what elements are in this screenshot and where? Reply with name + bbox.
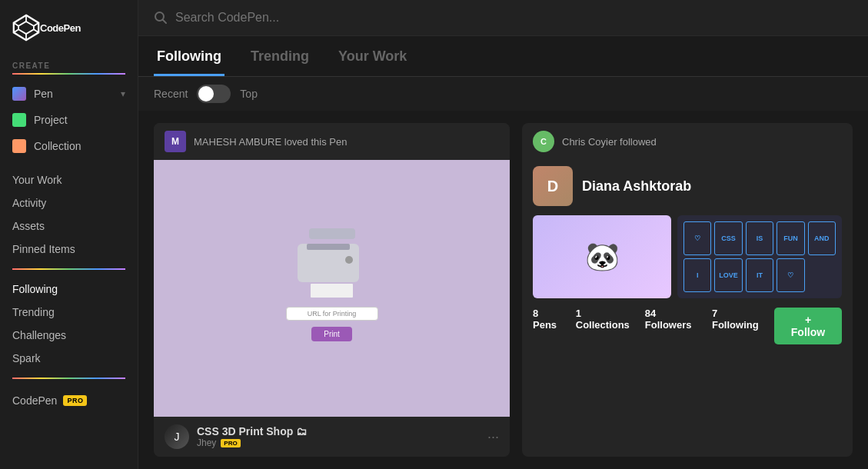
- create-gradient-bar: [12, 73, 125, 75]
- pinned-items-label: Pinned Items: [12, 243, 75, 255]
- followed-user-info: D Diana Ashktorab: [522, 160, 853, 215]
- css-tag-is: IS: [746, 221, 773, 255]
- svg-line-9: [163, 20, 167, 24]
- followers-stat: 84 Followers: [645, 308, 697, 344]
- nav-section: Your Work Activity Assets Pinned Items: [0, 168, 138, 261]
- following-stat-label: Following: [712, 319, 759, 331]
- sidebar: CodePen CREATE Pen ▾ Project Collection …: [0, 0, 138, 469]
- top-label: Top: [240, 88, 258, 100]
- author-name: Jhey: [197, 437, 216, 448]
- trending-label: Trending: [12, 306, 55, 318]
- pen-preview[interactable]: URL for Printing Print: [154, 160, 510, 417]
- logo-area[interactable]: CodePen: [0, 0, 138, 55]
- content-area: M MAHESH AMBURE loved this Pen: [138, 111, 868, 469]
- pens-label: Pens: [533, 319, 557, 331]
- challenges-label: Challenges: [12, 329, 66, 341]
- css-tag-css: CSS: [714, 221, 742, 255]
- author-pro-badge: PRO: [221, 439, 240, 447]
- search-icon: [154, 11, 168, 25]
- collection-icon: [12, 139, 26, 153]
- pen-title: CSS 3D Print Shop 🗂: [197, 425, 307, 437]
- sidebar-item-spark[interactable]: Spark: [0, 347, 138, 370]
- css-tag-fun: FUN: [777, 221, 804, 255]
- sidebar-divider: [12, 268, 125, 270]
- printer-top: [309, 228, 355, 239]
- printer-wrapper: [298, 236, 367, 298]
- css-tag-heart1: ♡: [683, 221, 711, 255]
- collections-count: 1: [576, 308, 581, 319]
- sidebar-divider-2: [12, 378, 125, 379]
- pens-count: 8: [533, 308, 538, 319]
- printer-body: [298, 244, 359, 282]
- svg-marker-1: [18, 22, 34, 34]
- printer-illustration: URL for Printing Print: [286, 236, 378, 341]
- more-options-button[interactable]: ···: [487, 429, 499, 445]
- sidebar-item-assets[interactable]: Assets: [0, 215, 138, 238]
- paper-output: [298, 284, 367, 298]
- codepen-pro-item[interactable]: CodePen PRO: [0, 387, 138, 414]
- activity-label: Activity: [12, 197, 46, 209]
- tab-following[interactable]: Following: [154, 36, 224, 76]
- panda-preview[interactable]: 🐼: [533, 215, 671, 298]
- mahesh-avatar: M: [165, 131, 186, 152]
- right-feed-card: C Chris Coyier followed D Diana Ashktora…: [522, 123, 853, 457]
- project-label: Project: [34, 114, 68, 126]
- main-content: Following Trending Your Work Recent Top …: [138, 0, 868, 469]
- left-card-header: M MAHESH AMBURE loved this Pen: [154, 123, 510, 160]
- sidebar-item-following[interactable]: Following: [0, 278, 138, 301]
- left-action-text: MAHESH AMBURE loved this Pen: [194, 136, 347, 148]
- pen-chevron-icon: ▾: [121, 88, 125, 99]
- pen-info: CSS 3D Print Shop 🗂 Jhey PRO: [197, 425, 307, 448]
- create-label: CREATE: [0, 55, 138, 73]
- filter-bar: Recent Top: [138, 77, 868, 111]
- followers-count: 84: [645, 308, 656, 319]
- css-tags-preview[interactable]: ♡ CSS IS FUN AND I LOVE IT ♡: [677, 215, 842, 298]
- recent-top-toggle[interactable]: [197, 85, 231, 103]
- pen-label: Pen: [34, 88, 53, 100]
- pro-badge: PRO: [63, 395, 87, 406]
- sidebar-item-collection[interactable]: Collection: [0, 133, 138, 159]
- codepen-pro-label: CodePen: [12, 394, 57, 407]
- your-work-label: Your Work: [12, 174, 62, 186]
- pen-author: Jhey PRO: [197, 437, 307, 448]
- css-tag-i: I: [683, 258, 711, 292]
- chris-avatar: C: [533, 131, 554, 152]
- search-input[interactable]: [175, 11, 853, 25]
- logo-text: CodePen: [40, 22, 81, 34]
- project-icon: [12, 113, 26, 127]
- pens-stat: 8 Pens: [533, 308, 560, 344]
- diana-avatar: D: [533, 166, 573, 206]
- print-button-mock: Print: [311, 327, 352, 341]
- right-action-text: Chris Coyier followed: [562, 136, 657, 148]
- sidebar-item-project[interactable]: Project: [0, 107, 138, 133]
- following-stat: 7 Following: [712, 308, 759, 344]
- codepen-logo-icon: [12, 14, 40, 42]
- url-input-mock: URL for Printing: [286, 307, 378, 321]
- follow-button[interactable]: + Follow: [774, 308, 842, 344]
- right-card-header: C Chris Coyier followed: [522, 123, 853, 160]
- tabs-area: Following Trending Your Work: [138, 36, 868, 77]
- following-label: Following: [12, 283, 58, 295]
- diana-name: Diana Ashktorab: [582, 178, 691, 195]
- right-previews: 🐼 ♡ CSS IS FUN AND I LOVE IT ♡: [522, 215, 853, 298]
- css-tag-it: IT: [746, 258, 773, 292]
- sidebar-item-pen[interactable]: Pen ▾: [0, 81, 138, 107]
- sidebar-item-pinned-items[interactable]: Pinned Items: [0, 238, 138, 261]
- css-tag-and: AND: [808, 221, 836, 255]
- css-tag-heart2: ♡: [777, 258, 804, 292]
- collections-stat: 1 Collections: [576, 308, 630, 344]
- spark-label: Spark: [12, 352, 41, 364]
- tab-trending[interactable]: Trending: [248, 36, 312, 76]
- assets-label: Assets: [12, 220, 45, 232]
- left-card-footer: J CSS 3D Print Shop 🗂 Jhey PRO ···: [154, 417, 510, 457]
- following-count: 7: [712, 308, 717, 319]
- sidebar-item-challenges[interactable]: Challenges: [0, 324, 138, 347]
- search-bar: [138, 0, 868, 36]
- collections-label: Collections: [576, 319, 630, 331]
- sidebar-item-your-work[interactable]: Your Work: [0, 168, 138, 191]
- tab-your-work[interactable]: Your Work: [335, 36, 410, 76]
- left-feed-card: M MAHESH AMBURE loved this Pen: [154, 123, 510, 457]
- sidebar-item-trending[interactable]: Trending: [0, 301, 138, 324]
- pen-icon: [12, 87, 26, 101]
- sidebar-item-activity[interactable]: Activity: [0, 191, 138, 215]
